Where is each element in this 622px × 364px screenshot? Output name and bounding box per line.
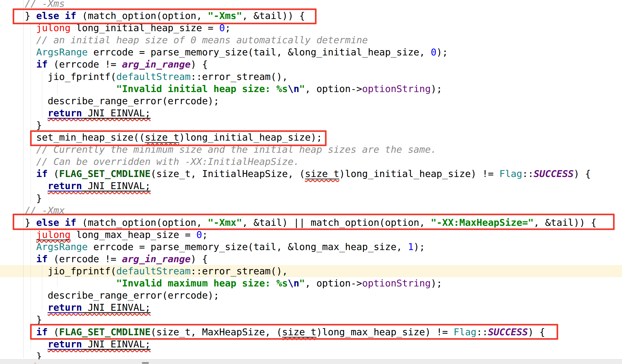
code-token: "-Xmx" [208, 217, 242, 228]
code-line-13[interactable]: // Currently the minimum size and the in… [25, 143, 596, 156]
code-token [59, 217, 65, 228]
code-token: (size_t, MaxHeapSize, ( [151, 327, 282, 337]
code-token: (size_t, InitialHeapSize, ( [151, 168, 305, 179]
code-token: errcode = parse_memory_size(tail, &long_… [88, 241, 408, 252]
code-line-18[interactable]: // -Xmx [25, 204, 596, 217]
code-token: (errcode != [48, 59, 122, 70]
code-token: JNI_EINVAL; [82, 302, 151, 313]
code-token: ; [225, 22, 231, 33]
code-token: size_t [305, 168, 339, 179]
code-token: if [36, 327, 47, 337]
code-line-1[interactable]: // -Xms [25, 0, 596, 10]
code-line-21[interactable]: ArgsRange errcode = parse_memory_size(ta… [25, 241, 596, 253]
code-line-4[interactable]: // an initial heap size of 0 means autom… [25, 34, 596, 46]
code-token: ::error_stream(), [191, 266, 288, 276]
code-editor[interactable]: // -Xms} else if (match_option(option, "… [0, 0, 622, 364]
code-token: } [36, 120, 42, 131]
code-token: size_t [305, 168, 339, 179]
code-token: )long_initial_heap_size) != [339, 168, 499, 179]
code-line-23[interactable]: jio_fprintf(defaultStream::error_stream(… [25, 265, 596, 277]
code-line-15[interactable]: if (FLAG_SET_CMDLINE(size_t, InitialHeap… [25, 168, 596, 180]
code-token: return [48, 339, 82, 349]
code-token: (errcode != [48, 253, 122, 264]
code-token: ) { [191, 253, 208, 264]
code-token [59, 10, 65, 21]
code-line-14[interactable]: // Can be overridden with -XX:InitialHea… [25, 156, 596, 168]
code-token: ( [48, 327, 59, 337]
code-token: } [25, 10, 36, 21]
code-token: jio_fprintf( [48, 71, 116, 82]
code-token: SUCCESS [534, 168, 574, 179]
code-line-20[interactable]: julong long_max_heap_size = 0; [25, 229, 596, 241]
code-token: Flag [499, 168, 522, 179]
code-line-28[interactable]: if (FLAG_SET_CMDLINE(size_t, MaxHeapSize… [25, 326, 596, 338]
gutter-border [23, 0, 23, 358]
code-token: return JNI_EINVAL; [48, 339, 151, 349]
code-token: return JNI_EINVAL; [48, 180, 151, 191]
code-line-8[interactable]: "Invalid initial heap size: %s\n", optio… [25, 83, 596, 95]
code-line-29[interactable]: return JNI_EINVAL; [25, 338, 596, 350]
code-token: , &tail)) { [534, 217, 596, 228]
code-line-16[interactable]: return JNI_EINVAL; [25, 180, 596, 192]
code-token: arg_in_range [122, 253, 190, 264]
code-token: long_initial_heap_size = [70, 22, 219, 33]
code-token: , option-> [305, 83, 362, 94]
code-token: :: [476, 327, 488, 337]
code-token: // an initial heap size of 0 means autom… [36, 35, 368, 45]
code-token: optionString [362, 278, 431, 289]
code-token: julong [36, 229, 70, 240]
code-token: long_max_heap_size = [70, 229, 196, 240]
code-token: jio_fprintf( [48, 266, 116, 276]
code-token: \n [288, 83, 299, 94]
code-token: size_t [145, 132, 179, 143]
code-line-25[interactable]: describe_range_error(errcode); [25, 289, 596, 301]
code-token: if [65, 217, 76, 228]
code-line-10[interactable]: return JNI_EINVAL; [25, 107, 596, 119]
code-line-2[interactable]: } else if (match_option(option, "-Xms", … [25, 10, 596, 22]
code-token: errcode = parse_memory_size(tail, &long_… [88, 47, 430, 58]
code-token: size_t [282, 327, 316, 337]
code-token: else [36, 10, 59, 21]
code-token: optionString [362, 83, 431, 94]
horizontal-scrollbar[interactable] [0, 359, 622, 364]
code-token: , &tail) || match_option(option, [242, 217, 431, 228]
error-stripe-mark [35, 363, 36, 364]
code-line-19[interactable]: } else if (match_option(option, "-Xmx", … [25, 217, 596, 229]
code-token: JNI_EINVAL; [82, 180, 151, 191]
code-token: } [36, 193, 42, 204]
scrollbar-thumb[interactable] [142, 362, 149, 364]
code-token: return JNI_EINVAL; [48, 108, 151, 118]
code-token: describe_range_error(errcode); [48, 95, 219, 106]
code-token: ) { [528, 327, 545, 337]
code-token: " [299, 83, 305, 94]
code-line-9[interactable]: describe_range_error(errcode); [25, 95, 596, 107]
code-token: if [36, 168, 47, 179]
code-token: ); [431, 83, 442, 94]
code-token: "-Xms" [208, 10, 242, 21]
code-line-11[interactable]: } [25, 119, 596, 131]
code-line-5[interactable]: ArgsRange errcode = parse_memory_size(ta… [25, 46, 596, 58]
code-token: // -Xms [25, 0, 65, 9]
code-token: Flag [454, 327, 477, 337]
code-token: \n [288, 278, 299, 289]
code-token: // Can be overridden with -XX:InitialHea… [36, 156, 299, 167]
code-line-27[interactable]: } [25, 314, 596, 326]
code-token: (match_option(option, [76, 10, 208, 21]
code-line-3[interactable]: julong long_initial_heap_size = 0; [25, 22, 596, 34]
code-token: if [36, 59, 47, 70]
code-token: ) { [574, 168, 591, 179]
code-line-17[interactable]: } [25, 192, 596, 204]
code-lines[interactable]: // -Xms} else if (match_option(option, "… [25, 0, 596, 362]
code-token: size_t [282, 327, 316, 337]
code-line-24[interactable]: "Invalid maximum heap size: %s\n", optio… [25, 277, 596, 289]
code-line-22[interactable]: if (errcode != arg_in_range) { [25, 253, 596, 265]
code-token: FLAG_SET_CMDLINE [59, 168, 151, 179]
code-token: describe_range_error(errcode); [48, 290, 219, 301]
code-line-6[interactable]: if (errcode != arg_in_range) { [25, 58, 596, 70]
code-token: if [65, 10, 76, 21]
code-token: )long_max_heap_size) != [316, 327, 453, 337]
code-line-7[interactable]: jio_fprintf(defaultStream::error_stream(… [25, 71, 596, 83]
code-token: size_t [145, 132, 179, 143]
code-line-26[interactable]: return JNI_EINVAL; [25, 301, 596, 314]
code-line-12[interactable]: set_min_heap_size((size_t)long_initial_h… [25, 131, 596, 143]
